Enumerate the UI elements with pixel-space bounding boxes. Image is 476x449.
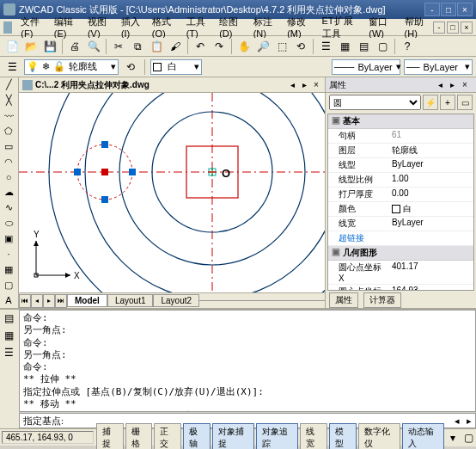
- ellipse-icon[interactable]: ⬭: [0, 216, 17, 231]
- command-history[interactable]: 命令:另一角点:命令:另一角点:命令:** 拉伸 **指定拉伸点或 [基点(B)…: [19, 310, 476, 412]
- menu-tools[interactable]: 工具(T): [181, 14, 215, 40]
- select-icon[interactable]: ▭: [457, 95, 473, 110]
- tab-first-icon[interactable]: ⏮: [19, 294, 31, 308]
- undo-icon[interactable]: ↶: [192, 38, 209, 55]
- lineweight-combo[interactable]: ──ByLayer▾: [404, 59, 473, 75]
- pan-icon[interactable]: ✋: [235, 38, 253, 55]
- close-button[interactable]: ×: [457, 3, 473, 16]
- polygon-icon[interactable]: ⬠: [0, 124, 17, 139]
- quickselect-icon[interactable]: ⚡: [423, 95, 438, 110]
- zoom-prev-icon[interactable]: ⟲: [292, 38, 309, 55]
- panel-next-icon[interactable]: ▸: [450, 80, 461, 90]
- xline-icon[interactable]: ╳: [0, 93, 17, 108]
- layer-prev-icon[interactable]: ⟲: [122, 58, 139, 76]
- zoom-window-icon[interactable]: ⬚: [273, 38, 290, 55]
- drawing-canvas[interactable]: O X Y: [19, 93, 325, 292]
- toolpalette-icon[interactable]: ▤: [355, 38, 372, 55]
- text-icon[interactable]: A: [0, 292, 17, 308]
- menu-modify[interactable]: 修改(M): [282, 14, 316, 40]
- pline-icon[interactable]: 〰: [0, 108, 17, 124]
- tab-right-icon[interactable]: ▸: [43, 294, 55, 308]
- new-icon[interactable]: 📄: [3, 38, 21, 55]
- color-combo[interactable]: 白 ▾: [150, 59, 202, 75]
- zoom-icon[interactable]: 🔎: [254, 38, 272, 55]
- save-icon[interactable]: 💾: [41, 38, 58, 55]
- cmd-tool3-icon[interactable]: ☰: [0, 344, 17, 361]
- lwt-toggle[interactable]: 线宽: [300, 423, 327, 450]
- cmd-scroll-left-icon[interactable]: ◂: [451, 415, 463, 427]
- grid-toggle[interactable]: 栅格: [125, 423, 153, 450]
- menu-file[interactable]: 文件(F): [15, 14, 49, 40]
- revcloud-icon[interactable]: ☁: [0, 185, 17, 200]
- status-extra2-icon[interactable]: ▢: [461, 429, 476, 446]
- ortho-toggle[interactable]: 正交: [154, 423, 181, 450]
- menu-help[interactable]: 帮助(H): [400, 14, 433, 40]
- mdi-close[interactable]: ×: [461, 22, 473, 34]
- designcenter-icon[interactable]: ▦: [336, 38, 353, 55]
- status-extra1-icon[interactable]: ▾: [445, 429, 461, 446]
- dyn-toggle[interactable]: 动态输入: [402, 423, 444, 450]
- hatch-icon[interactable]: ▦: [0, 261, 17, 277]
- cmd-tool2-icon[interactable]: ▦: [0, 327, 17, 344]
- region-icon[interactable]: ▢: [0, 277, 17, 292]
- selection-type-combo[interactable]: 圆: [329, 95, 421, 110]
- mdi-minimize[interactable]: -: [433, 22, 445, 34]
- tab-prev-icon[interactable]: ◂: [287, 80, 297, 90]
- panel-prev-icon[interactable]: ◂: [438, 80, 449, 90]
- polar-toggle[interactable]: 极轴: [183, 423, 211, 450]
- calc-icon[interactable]: ▢: [374, 38, 391, 55]
- spline-icon[interactable]: ∿: [0, 200, 17, 216]
- layer-combo[interactable]: 💡❄🔓 轮廓线 ▾: [24, 59, 119, 75]
- cmd-scroll-right-icon[interactable]: ▸: [463, 415, 475, 427]
- layer-manager-icon[interactable]: ☰: [3, 58, 21, 76]
- match-icon[interactable]: 🖌: [167, 38, 184, 55]
- open-icon[interactable]: 📂: [22, 38, 40, 55]
- tab-model[interactable]: Model: [67, 294, 107, 307]
- line-icon[interactable]: ╱: [0, 77, 17, 93]
- tab-last-icon[interactable]: ⏭: [55, 294, 67, 308]
- menu-insert[interactable]: 插入(I): [116, 14, 147, 40]
- digit-toggle[interactable]: 数字化仪: [358, 423, 400, 450]
- tab-next-icon[interactable]: ▸: [299, 80, 309, 90]
- paste-icon[interactable]: 📋: [148, 38, 165, 55]
- properties-grid[interactable]: 基本 句柄61 图层轮廓线 线型ByLayer 线型比例1.00 打尸厚度0.0…: [327, 114, 474, 291]
- block-icon[interactable]: ▣: [0, 231, 17, 247]
- group-geom[interactable]: 几何图形: [328, 246, 473, 261]
- menu-edit[interactable]: 编辑(E): [49, 14, 82, 40]
- point-icon[interactable]: ·: [0, 246, 17, 261]
- tab-left-icon[interactable]: ◂: [31, 294, 43, 308]
- linetype-combo[interactable]: ───ByLayer▾: [332, 59, 400, 75]
- properties-icon[interactable]: ☰: [317, 38, 334, 55]
- menu-window[interactable]: 窗口(W): [363, 14, 399, 40]
- circle-icon[interactable]: ○: [0, 169, 17, 185]
- copy-icon[interactable]: ⧉: [129, 38, 146, 55]
- redo-icon[interactable]: ↷: [211, 38, 228, 55]
- tab-layout1[interactable]: Layout1: [107, 294, 154, 307]
- menu-dim[interactable]: 标注(N): [248, 14, 282, 40]
- preview-icon[interactable]: 🔍: [85, 38, 102, 55]
- menu-view[interactable]: 视图(V): [82, 14, 116, 40]
- cmd-tool1-icon[interactable]: ▤: [0, 310, 17, 327]
- tab-calc[interactable]: 计算器: [363, 292, 401, 308]
- help-icon[interactable]: ?: [399, 38, 416, 55]
- panel-close-icon[interactable]: ×: [462, 80, 473, 90]
- rectangle-icon[interactable]: ▭: [0, 138, 17, 154]
- menu-draw[interactable]: 绘图(D): [214, 14, 247, 40]
- mdi-restore[interactable]: □: [447, 22, 459, 34]
- osnap-toggle[interactable]: 对象捕捉: [212, 423, 254, 450]
- group-basic[interactable]: 基本: [328, 114, 473, 129]
- pickadd-icon[interactable]: +: [440, 95, 455, 110]
- print-icon[interactable]: 🖨: [66, 38, 83, 55]
- doc-tab-title[interactable]: C:\...2 利用夹点拉伸对象.dwg: [35, 79, 150, 91]
- maximize-button[interactable]: □: [441, 3, 456, 16]
- tab-layout2[interactable]: Layout2: [153, 294, 199, 307]
- otrack-toggle[interactable]: 对象追踪: [256, 423, 298, 450]
- tab-properties[interactable]: 属性: [329, 292, 358, 308]
- model-toggle[interactable]: 模型: [329, 423, 357, 450]
- cut-icon[interactable]: ✂: [110, 38, 127, 55]
- arc-icon[interactable]: ◠: [0, 154, 17, 169]
- coords-display[interactable]: 465.17, 164.93, 0: [2, 431, 94, 444]
- tab-close-icon[interactable]: ×: [311, 80, 321, 90]
- menu-format[interactable]: 格式(O): [147, 14, 181, 40]
- snap-toggle[interactable]: 捕捉: [96, 423, 124, 450]
